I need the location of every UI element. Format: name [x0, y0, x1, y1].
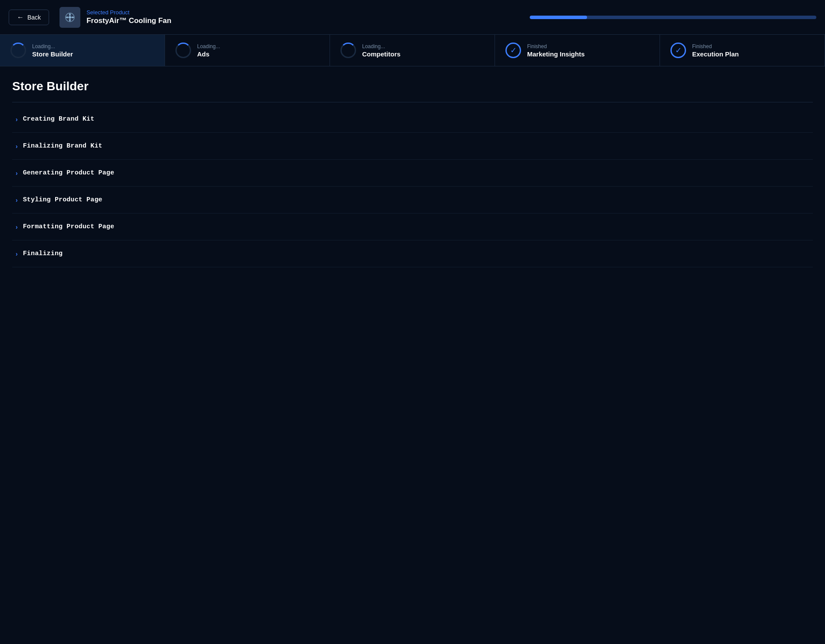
product-label: Selected Product — [86, 9, 172, 16]
chevron-icon: › — [16, 116, 18, 123]
tab-store-builder-status: Loading... — [32, 43, 73, 49]
task-item[interactable]: › Generating Product Page — [12, 160, 813, 187]
back-label: Back — [27, 14, 41, 21]
loading-spinner-competitors — [340, 43, 356, 58]
task-item[interactable]: › Formatting Product Page — [12, 214, 813, 240]
tab-marketing-insights-status: Finished — [527, 43, 585, 49]
tab-store-builder-icon — [10, 43, 26, 58]
back-arrow-icon: ← — [17, 13, 24, 21]
product-text-block: Selected Product FrostyAir™ Cooling Fan — [86, 9, 172, 25]
task-label: Generating Product Page — [23, 169, 114, 177]
tab-execution-plan-text: Finished Execution Plan — [692, 43, 739, 58]
main-content: Store Builder › Creating Brand Kit › Fin… — [0, 66, 825, 280]
loading-spinner-ads — [175, 43, 191, 58]
product-thumbnail — [59, 7, 80, 28]
header: ← Back Selected Product FrostyAir™ Cooli… — [0, 0, 825, 35]
product-info: Selected Product FrostyAir™ Cooling Fan — [59, 7, 172, 28]
task-label: Formatting Product Page — [23, 223, 114, 230]
task-label: Styling Product Page — [23, 196, 102, 204]
chevron-icon: › — [16, 223, 18, 230]
tab-execution-plan-icon: ✓ — [670, 43, 686, 58]
task-item[interactable]: › Finalizing — [12, 240, 813, 267]
tab-marketing-insights-icon: ✓ — [505, 43, 521, 58]
chevron-icon: › — [16, 197, 18, 204]
loading-spinner — [10, 43, 26, 58]
product-name: FrostyAir™ Cooling Fan — [86, 16, 172, 25]
tab-competitors-icon — [340, 43, 356, 58]
tab-marketing-insights-title: Marketing Insights — [527, 50, 585, 58]
task-item[interactable]: › Styling Product Page — [12, 187, 813, 214]
tabs-bar: Loading... Store Builder Loading... Ads … — [0, 35, 825, 66]
check-icon-marketing: ✓ — [505, 43, 521, 58]
progress-bar-fill — [530, 16, 587, 19]
task-list: › Creating Brand Kit › Finalizing Brand … — [12, 106, 813, 267]
tab-ads-status: Loading... — [197, 43, 220, 49]
tab-ads-icon — [175, 43, 191, 58]
tab-ads-title: Ads — [197, 50, 220, 58]
task-label: Finalizing — [23, 250, 63, 257]
tab-store-builder-title: Store Builder — [32, 50, 73, 58]
check-icon-execution: ✓ — [670, 43, 686, 58]
task-label: Creating Brand Kit — [23, 115, 95, 123]
tab-execution-plan-title: Execution Plan — [692, 50, 739, 58]
section-title: Store Builder — [12, 79, 813, 93]
task-item[interactable]: › Finalizing Brand Kit — [12, 133, 813, 160]
product-image — [59, 7, 80, 28]
chevron-icon: › — [16, 170, 18, 177]
tab-marketing-insights-text: Finished Marketing Insights — [527, 43, 585, 58]
tab-marketing-insights[interactable]: ✓ Finished Marketing Insights — [495, 35, 660, 66]
tab-store-builder[interactable]: Loading... Store Builder — [0, 35, 165, 66]
tab-execution-plan-status: Finished — [692, 43, 739, 49]
tab-store-builder-text: Loading... Store Builder — [32, 43, 73, 58]
chevron-icon: › — [16, 250, 18, 257]
back-button[interactable]: ← Back — [9, 10, 49, 25]
tab-competitors-text: Loading... Competitors — [362, 43, 400, 58]
tab-competitors[interactable]: Loading... Competitors — [330, 35, 495, 66]
svg-point-2 — [69, 16, 71, 19]
progress-bar-track — [530, 16, 816, 19]
section-divider — [12, 102, 813, 102]
chevron-icon: › — [16, 143, 18, 150]
tab-competitors-status: Loading... — [362, 43, 400, 49]
tab-competitors-title: Competitors — [362, 50, 400, 58]
task-label: Finalizing Brand Kit — [23, 142, 102, 150]
tab-ads[interactable]: Loading... Ads — [165, 35, 330, 66]
tab-execution-plan[interactable]: ✓ Finished Execution Plan — [660, 35, 825, 66]
tab-ads-text: Loading... Ads — [197, 43, 220, 58]
task-item[interactable]: › Creating Brand Kit — [12, 106, 813, 133]
progress-bar-container — [512, 16, 816, 19]
